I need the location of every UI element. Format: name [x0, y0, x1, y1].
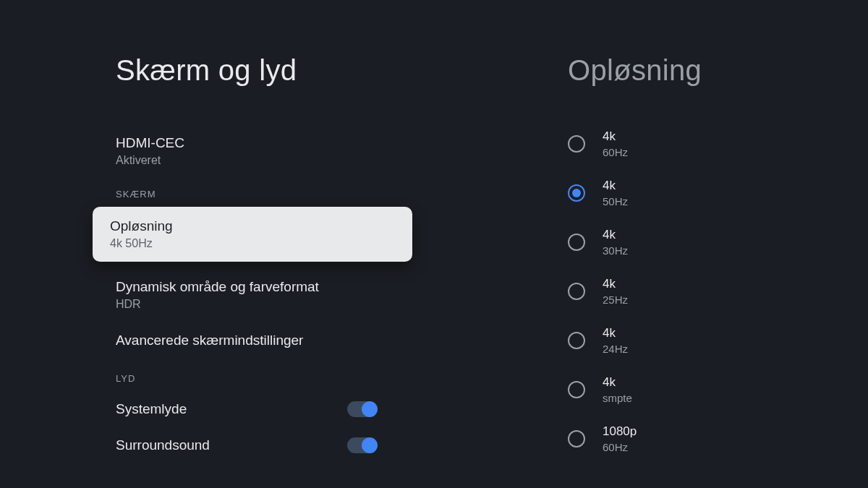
advanced-display-title: Avancerede skærmindstillinger: [116, 333, 506, 348]
option-title: 4k: [603, 277, 628, 291]
surround-sound-title: Surroundsound: [116, 437, 210, 453]
resolution-title: Opløsning: [110, 218, 395, 234]
system-sounds-title: Systemlyde: [116, 401, 187, 417]
resolution-subtitle: 4k 50Hz: [110, 237, 395, 250]
resolution-option-4k-smpte[interactable]: 4k smpte: [568, 365, 868, 414]
surround-sound-toggle[interactable]: [347, 437, 376, 453]
system-sounds-toggle[interactable]: [347, 401, 376, 417]
dynamic-range-item[interactable]: Dynamisk område og farveformat HDR: [116, 270, 506, 320]
radio-icon: [568, 381, 585, 398]
option-title: 4k: [603, 129, 628, 144]
resolution-right-panel: Opløsning 4k 60Hz 4k 50Hz 4k 30Hz 4k 25H…: [506, 0, 868, 488]
resolution-option-4k-50hz[interactable]: 4k 50Hz: [568, 168, 868, 218]
radio-icon: [568, 283, 585, 300]
resolution-option-4k-60hz[interactable]: 4k 60Hz: [568, 119, 868, 168]
surround-sound-item[interactable]: Surroundsound: [116, 427, 506, 463]
advanced-display-item[interactable]: Avancerede skærmindstillinger: [116, 324, 506, 360]
section-screen: SKÆRM: [116, 189, 506, 200]
option-title: 4k: [603, 228, 628, 242]
dynamic-range-title: Dynamisk område og farveformat: [116, 279, 506, 295]
resolution-option-4k-24hz[interactable]: 4k 24Hz: [568, 316, 868, 365]
option-subtitle: smpte: [603, 392, 632, 404]
hdmi-cec-subtitle: Aktiveret: [116, 154, 506, 167]
option-subtitle: 50Hz: [603, 195, 628, 207]
hdmi-cec-title: HDMI-CEC: [116, 135, 506, 151]
section-audio: LYD: [116, 373, 506, 384]
system-sounds-item[interactable]: Systemlyde: [116, 391, 506, 427]
radio-icon: [568, 430, 585, 448]
option-title: 4k: [603, 326, 628, 341]
radio-icon: [568, 234, 585, 251]
page-title: Skærm og lyd: [116, 54, 506, 87]
settings-left-panel: Skærm og lyd HDMI-CEC Aktiveret SKÆRM Op…: [0, 0, 506, 488]
radio-icon: [568, 135, 585, 153]
resolution-option-4k-30hz[interactable]: 4k 30Hz: [568, 218, 868, 267]
option-subtitle: 25Hz: [603, 294, 628, 306]
option-subtitle: 60Hz: [603, 441, 637, 453]
option-subtitle: 30Hz: [603, 244, 628, 257]
option-subtitle: 60Hz: [603, 146, 628, 158]
resolution-option-1080p-60hz[interactable]: 1080p 60Hz: [568, 414, 868, 463]
option-title: 4k: [603, 179, 628, 193]
radio-icon-selected: [568, 184, 585, 202]
option-title: 4k: [603, 375, 632, 390]
resolution-item[interactable]: Opløsning 4k 50Hz: [93, 207, 412, 262]
option-title: 1080p: [603, 424, 637, 439]
option-subtitle: 24Hz: [603, 343, 628, 355]
resolution-option-4k-25hz[interactable]: 4k 25Hz: [568, 267, 868, 316]
radio-icon: [568, 332, 585, 349]
dynamic-range-subtitle: HDR: [116, 298, 506, 311]
resolution-panel-title: Opløsning: [568, 54, 868, 87]
hdmi-cec-item[interactable]: HDMI-CEC Aktiveret: [116, 127, 506, 176]
